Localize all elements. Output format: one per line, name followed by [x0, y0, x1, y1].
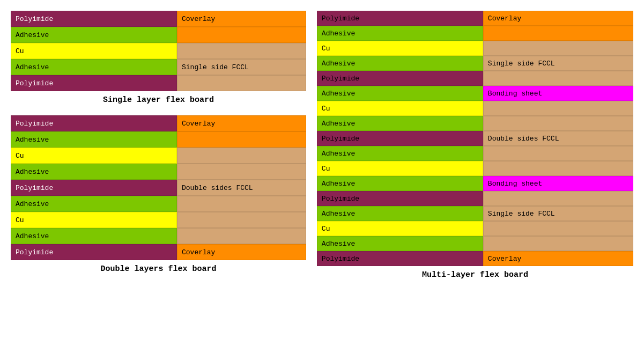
layer-left-cell: Polyimide: [317, 11, 483, 26]
layer-right-cell: [177, 148, 306, 164]
layer-left-cell: Adhesive: [11, 228, 177, 244]
layer-right-cell: [177, 212, 306, 228]
layer-right-cell: [177, 228, 306, 244]
layer-right-cell: [483, 71, 633, 86]
layer-row: Adhesive: [317, 26, 633, 41]
layer-row: Adhesive: [317, 236, 633, 251]
layer-left-cell: Adhesive: [11, 131, 177, 148]
single-layer-section: PolyimideCoverlayAdhesiveCuAdhesiveSingl…: [11, 11, 306, 105]
layer-row: Adhesive: [11, 131, 306, 148]
layer-row: Adhesive: [11, 196, 306, 212]
left-panel: PolyimideCoverlayAdhesiveCuAdhesiveSingl…: [5, 5, 312, 348]
layer-row: Adhesive: [11, 228, 306, 244]
layer-right-cell: [483, 161, 633, 176]
layer-left-cell: Adhesive: [11, 196, 177, 212]
layer-row: Cu: [317, 221, 633, 236]
layer-left-cell: Adhesive: [317, 86, 483, 101]
multi-layer-title: Multi-layer flex board: [422, 270, 528, 280]
layer-right-cell: Single side FCCL: [483, 56, 633, 71]
layer-left-cell: Adhesive: [11, 164, 177, 180]
layer-left-cell: Adhesive: [317, 236, 483, 251]
layer-right-cell: Double sides FCCL: [177, 180, 306, 196]
layer-left-cell: Polyimide: [317, 131, 483, 146]
layer-row: Adhesive: [317, 116, 633, 131]
layer-right-cell: [177, 75, 306, 91]
layer-row: PolyimideCoverlay: [11, 11, 306, 27]
layer-row: AdhesiveBonding sheet: [317, 176, 633, 191]
layer-right-cell: [177, 27, 306, 43]
layer-row: Adhesive: [11, 27, 306, 43]
layer-row: PolyimideCoverlay: [11, 244, 306, 260]
layer-left-cell: Adhesive: [11, 27, 177, 43]
layer-right-cell: Coverlay: [177, 115, 306, 131]
double-layers-grid: PolyimideCoverlayAdhesiveCuAdhesivePolyi…: [11, 115, 306, 260]
layer-left-cell: Adhesive: [317, 176, 483, 191]
layer-row: Polyimide: [317, 191, 633, 206]
layer-right-cell: [483, 26, 633, 41]
layer-right-cell: Coverlay: [483, 251, 633, 266]
layer-left-cell: Polyimide: [317, 191, 483, 206]
layer-right-cell: [483, 146, 633, 161]
layer-right-cell: Coverlay: [177, 11, 306, 27]
layer-right-cell: [483, 236, 633, 251]
layer-row: AdhesiveBonding sheet: [317, 86, 633, 101]
layer-row: Cu: [11, 148, 306, 164]
layer-left-cell: Polyimide: [317, 251, 483, 266]
layer-left-cell: Polyimide: [317, 71, 483, 86]
layer-row: AdhesiveSingle side FCCL: [317, 206, 633, 221]
layer-left-cell: Cu: [11, 43, 177, 59]
layer-left-cell: Cu: [11, 148, 177, 164]
layer-right-cell: [177, 196, 306, 212]
layer-right-cell: [483, 191, 633, 206]
layer-row: AdhesiveSingle side FCCL: [11, 59, 306, 75]
layer-left-cell: Cu: [317, 221, 483, 236]
layer-left-cell: Adhesive: [317, 146, 483, 161]
layer-row: Cu: [11, 43, 306, 59]
layer-row: PolyimideCoverlay: [317, 251, 633, 266]
layer-row: Cu: [317, 41, 633, 56]
layer-right-cell: [483, 221, 633, 236]
layer-right-cell: Bonding sheet: [483, 86, 633, 101]
layer-left-cell: Cu: [317, 41, 483, 56]
layer-left-cell: Adhesive: [317, 56, 483, 71]
layer-left-cell: Adhesive: [317, 206, 483, 221]
layer-row: Cu: [317, 161, 633, 176]
layer-left-cell: Polyimide: [11, 180, 177, 196]
layer-left-cell: Adhesive: [317, 116, 483, 131]
layer-left-cell: Adhesive: [317, 26, 483, 41]
layer-row: PolyimideDouble sides FCCL: [11, 180, 306, 196]
layer-row: Polyimide: [317, 71, 633, 86]
layer-right-cell: [177, 164, 306, 180]
layer-row: Adhesive: [11, 164, 306, 180]
layer-right-cell: Coverlay: [177, 244, 306, 260]
layer-left-cell: Polyimide: [11, 115, 177, 131]
layer-left-cell: Polyimide: [11, 75, 177, 91]
double-layers-section: PolyimideCoverlayAdhesiveCuAdhesivePolyi…: [11, 115, 306, 274]
layer-left-cell: Polyimide: [11, 11, 177, 27]
layer-left-cell: Cu: [11, 212, 177, 228]
layer-row: PolyimideCoverlay: [11, 115, 306, 131]
layer-row: Adhesive: [317, 146, 633, 161]
layer-row: PolyimideDouble sides FCCL: [317, 131, 633, 146]
multi-layer-grid: PolyimideCoverlayAdhesiveCuAdhesiveSingl…: [317, 11, 633, 266]
layer-right-cell: [483, 101, 633, 116]
layer-right-cell: [483, 41, 633, 56]
layer-right-cell: [483, 116, 633, 131]
layer-row: Cu: [11, 212, 306, 228]
multi-layer-section: PolyimideCoverlayAdhesiveCuAdhesiveSingl…: [317, 11, 633, 280]
layer-right-cell: Bonding sheet: [483, 176, 633, 191]
layer-row: Cu: [317, 101, 633, 116]
layer-right-cell: Double sides FCCL: [483, 131, 633, 146]
right-panel: PolyimideCoverlayAdhesiveCuAdhesiveSingl…: [312, 5, 639, 348]
layer-left-cell: Adhesive: [11, 59, 177, 75]
layer-left-cell: Cu: [317, 161, 483, 176]
layer-right-cell: [177, 43, 306, 59]
layer-row: AdhesiveSingle side FCCL: [317, 56, 633, 71]
single-layer-grid: PolyimideCoverlayAdhesiveCuAdhesiveSingl…: [11, 11, 306, 91]
double-layers-title: Double layers flex board: [100, 264, 216, 274]
layer-row: PolyimideCoverlay: [317, 11, 633, 26]
layer-row: Polyimide: [11, 75, 306, 91]
layer-right-cell: Single side FCCL: [483, 206, 633, 221]
layer-right-cell: Coverlay: [483, 11, 633, 26]
layer-right-cell: [177, 131, 306, 148]
